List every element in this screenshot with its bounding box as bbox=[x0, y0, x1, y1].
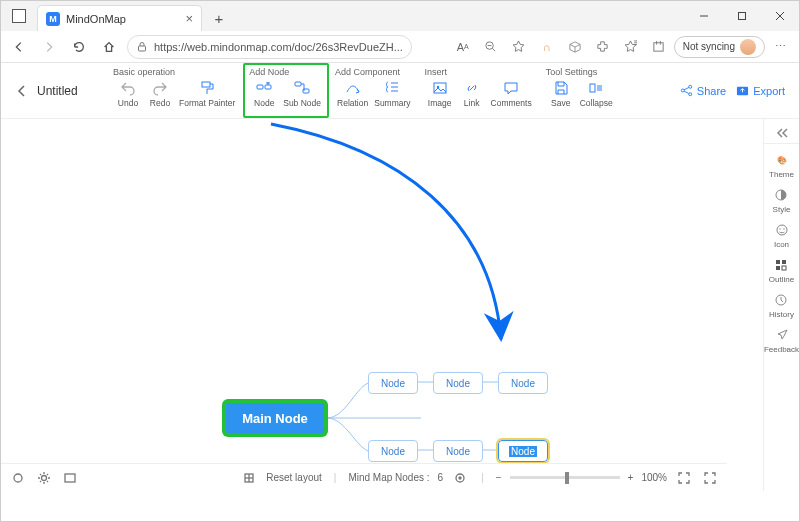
main-node[interactable]: Main Node bbox=[223, 400, 327, 436]
svg-rect-52 bbox=[782, 266, 786, 270]
format-painter-button[interactable]: Format Painter bbox=[177, 79, 237, 108]
fit-icon[interactable] bbox=[675, 469, 693, 487]
panel-collapse-button[interactable] bbox=[764, 123, 799, 144]
svg-point-29 bbox=[14, 474, 22, 482]
redo-button[interactable]: Redo bbox=[145, 79, 175, 108]
svg-point-25 bbox=[681, 89, 684, 92]
add-sub-node-button[interactable]: Sub Node bbox=[281, 79, 323, 108]
home-button[interactable] bbox=[97, 35, 121, 59]
group-label-basic: Basic operation bbox=[113, 67, 237, 77]
sub-node[interactable]: Node bbox=[368, 372, 418, 394]
svg-rect-24 bbox=[590, 84, 595, 92]
save-button[interactable]: Save bbox=[546, 79, 576, 108]
back-button[interactable] bbox=[7, 35, 31, 59]
smile-icon bbox=[774, 222, 790, 238]
zoom-minus[interactable]: − bbox=[496, 472, 502, 483]
favicon-icon: M bbox=[46, 12, 60, 26]
window-controls bbox=[685, 1, 799, 31]
svg-rect-1 bbox=[739, 13, 746, 20]
maximize-button[interactable] bbox=[723, 1, 761, 31]
svg-rect-17 bbox=[295, 82, 301, 86]
feedback-icon bbox=[774, 327, 790, 343]
zoom-slider[interactable] bbox=[510, 470, 620, 486]
svg-rect-14 bbox=[202, 82, 210, 87]
sub-node[interactable]: Node bbox=[433, 440, 483, 462]
svg-line-37 bbox=[47, 474, 48, 475]
insert-comments-button[interactable]: Comments bbox=[489, 79, 534, 108]
relation-button[interactable]: Relation bbox=[335, 79, 370, 108]
collapse-button[interactable]: Collapse bbox=[578, 79, 615, 108]
tab-strip: M MindOnMap × + bbox=[37, 1, 685, 31]
nodes-count-value: 6 bbox=[438, 472, 444, 483]
fullscreen-icon[interactable] bbox=[701, 469, 719, 487]
menu-button[interactable]: ⋯ bbox=[767, 35, 793, 59]
reset-layout-icon[interactable] bbox=[240, 469, 258, 487]
group-add-node: Add Node Node Sub Node bbox=[243, 63, 329, 118]
address-bar[interactable]: https://web.mindonmap.com/doc/26s3RevDue… bbox=[127, 35, 412, 59]
panel-feedback[interactable]: Feedback bbox=[764, 327, 799, 354]
chevron-double-left-icon bbox=[775, 127, 789, 139]
svg-rect-15 bbox=[257, 85, 263, 89]
export-icon bbox=[736, 84, 749, 97]
text-size-icon[interactable]: AA bbox=[450, 35, 476, 59]
svg-rect-39 bbox=[65, 474, 75, 482]
export-button[interactable]: Export bbox=[736, 84, 785, 97]
app-back-button[interactable] bbox=[7, 63, 37, 118]
forward-button[interactable] bbox=[37, 35, 61, 59]
style-icon bbox=[773, 187, 789, 203]
reset-layout-label[interactable]: Reset layout bbox=[266, 472, 322, 483]
svg-point-47 bbox=[779, 228, 780, 229]
add-node-button[interactable]: Node bbox=[249, 79, 279, 108]
sub-node[interactable]: Node bbox=[368, 440, 418, 462]
zoom-out-icon[interactable] bbox=[478, 35, 504, 59]
right-panel: 🎨Theme Style Icon Outline History Feedba… bbox=[763, 119, 799, 491]
canvas[interactable]: Main Node Node Node Node Node Node Node … bbox=[1, 119, 763, 491]
tab-overview-button[interactable] bbox=[1, 9, 37, 23]
theme-toggle-icon[interactable] bbox=[9, 469, 27, 487]
new-tab-button[interactable]: + bbox=[206, 5, 232, 31]
sub-node[interactable]: Node bbox=[433, 372, 483, 394]
svg-point-26 bbox=[689, 85, 692, 88]
document-title[interactable]: Untitled bbox=[37, 63, 107, 118]
tab-active[interactable]: M MindOnMap × bbox=[37, 5, 202, 31]
refresh-button[interactable] bbox=[67, 35, 91, 59]
summary-button[interactable]: Summary bbox=[372, 79, 412, 108]
app-toolbar: Untitled Basic operation Undo Redo Forma… bbox=[1, 63, 799, 119]
sub-node[interactable]: Node bbox=[498, 372, 548, 394]
insert-link-button[interactable]: Link bbox=[457, 79, 487, 108]
svg-rect-50 bbox=[782, 260, 786, 264]
panel-theme[interactable]: 🎨Theme bbox=[769, 152, 794, 179]
cube-icon[interactable] bbox=[562, 35, 588, 59]
sub-node-selected[interactable]: Node bbox=[498, 440, 548, 462]
map-icon[interactable] bbox=[61, 469, 79, 487]
center-icon[interactable] bbox=[451, 469, 469, 487]
minimize-button[interactable] bbox=[685, 1, 723, 31]
status-bar: Reset layout | Mind Map Nodes : 6 | − + … bbox=[1, 463, 727, 491]
insert-image-button[interactable]: Image bbox=[425, 79, 455, 108]
close-window-button[interactable] bbox=[761, 1, 799, 31]
zoom-plus[interactable]: + bbox=[628, 472, 634, 483]
close-icon[interactable]: × bbox=[185, 11, 193, 26]
brightness-icon[interactable] bbox=[35, 469, 53, 487]
headphones-icon[interactable]: ∩ bbox=[534, 35, 560, 59]
extensions-icon[interactable] bbox=[590, 35, 616, 59]
collections-icon[interactable] bbox=[646, 35, 672, 59]
theme-icon: 🎨 bbox=[774, 152, 790, 168]
group-tool-settings: Tool Settings Save Collapse bbox=[540, 63, 621, 118]
group-label-tool: Tool Settings bbox=[546, 67, 615, 77]
undo-button[interactable]: Undo bbox=[113, 79, 143, 108]
panel-history[interactable]: History bbox=[769, 292, 794, 319]
panel-outline[interactable]: Outline bbox=[769, 257, 794, 284]
favorites-list-icon[interactable] bbox=[618, 35, 644, 59]
svg-rect-22 bbox=[434, 83, 446, 93]
svg-point-46 bbox=[777, 225, 787, 235]
favorite-icon[interactable] bbox=[506, 35, 532, 59]
tab-title: MindOnMap bbox=[66, 13, 179, 25]
group-add-component: Add Component Relation Summary bbox=[329, 63, 419, 118]
panel-icon[interactable]: Icon bbox=[774, 222, 790, 249]
profile-sync-button[interactable]: Not syncing bbox=[674, 36, 765, 58]
panel-style[interactable]: Style bbox=[773, 187, 791, 214]
share-button[interactable]: Share bbox=[680, 84, 726, 97]
browser-toolbar: https://web.mindonmap.com/doc/26s3RevDue… bbox=[1, 31, 799, 63]
group-label-add-component: Add Component bbox=[335, 67, 413, 77]
